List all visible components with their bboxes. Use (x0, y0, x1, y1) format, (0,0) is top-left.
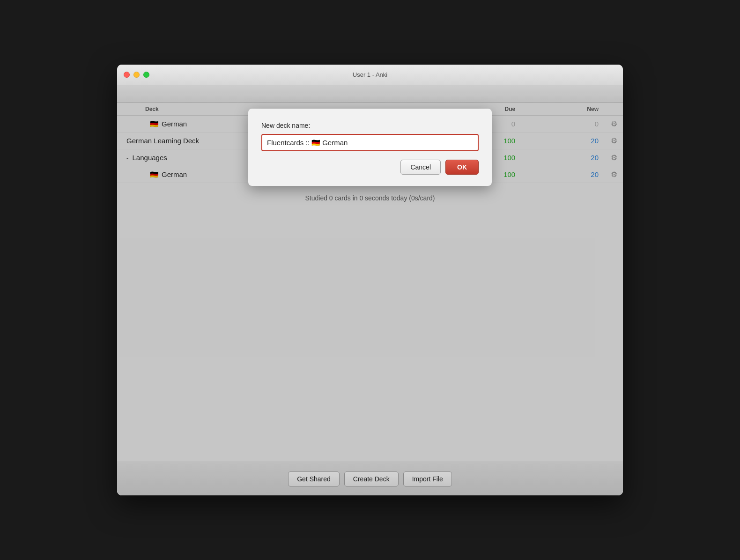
traffic-lights (124, 72, 149, 78)
content-area: Deck Due New 🇩🇪 German (117, 85, 623, 495)
window-title: User 1 - Anki (353, 71, 387, 78)
new-deck-name-input[interactable] (261, 134, 479, 151)
modal-buttons: Cancel OK (261, 160, 479, 175)
minimize-button[interactable] (133, 72, 140, 78)
modal-label: New deck name: (261, 122, 479, 129)
titlebar: User 1 - Anki (117, 65, 623, 85)
ok-button[interactable]: OK (445, 160, 479, 175)
close-button[interactable] (124, 72, 130, 78)
cancel-button[interactable]: Cancel (400, 160, 441, 175)
main-window: User 1 - Anki Deck Due New (117, 65, 623, 495)
maximize-button[interactable] (143, 72, 149, 78)
modal-overlay: New deck name: Cancel OK (117, 85, 623, 495)
new-deck-dialog: New deck name: Cancel OK (248, 109, 492, 186)
